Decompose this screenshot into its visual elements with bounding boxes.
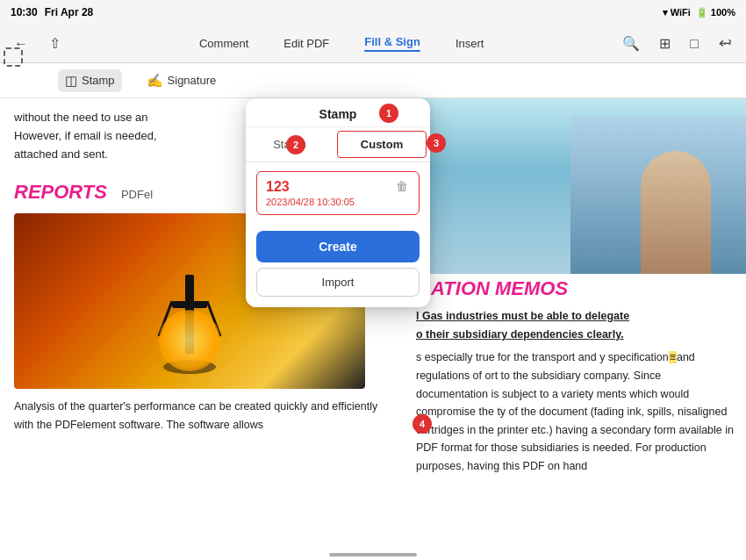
doc-right-panel: GATION MEMOS l Gas industries must be ab… [404, 98, 746, 560]
doc-right-image [404, 98, 746, 274]
status-bar: 10:30 Fri Apr 28 ▾ WiFi 🔋 100% [0, 0, 746, 25]
doc-text-line1: without the need to use an [14, 111, 148, 124]
gation-memos-text: GATION MEMOS [416, 277, 568, 299]
gas-text-line1: l Gas industries must be able to delegat… [416, 310, 629, 322]
wifi-icon: ▾ WiFi [663, 7, 691, 18]
doc-bottom-text: Analysis of the quarter's performance ca… [0, 389, 404, 442]
gas-text-line2: o their subsidiary dependencies clearly. [416, 328, 624, 341]
stamp-icon: ◫ [65, 73, 77, 89]
status-day: Fri Apr 28 [45, 6, 94, 18]
signature-button[interactable]: ✍ Signature [140, 69, 224, 92]
highlight-text: ≡ [669, 351, 677, 363]
signature-icon: ✍ [147, 73, 163, 89]
stamp-item-date: 2023/04/28 10:30:05 [266, 197, 355, 207]
search-icon[interactable]: 🔍 [619, 32, 643, 55]
badge-2: 2 [286, 135, 305, 154]
tab-insert[interactable]: Insert [448, 33, 491, 54]
stamp-delete-button[interactable]: 🗑 [394, 179, 410, 193]
stamp-popup: Stamp Stamp Custom 123 2023/04/28 10:30:… [246, 98, 430, 307]
undo-button[interactable]: ↩ [715, 30, 735, 56]
doc-text-line3: attached and sent. [14, 147, 108, 161]
status-time: 10:30 [11, 6, 38, 18]
gation-memos-heading: GATION MEMOS [404, 274, 746, 304]
stamp-tabs: Stamp Custom [246, 127, 430, 162]
stamp-create-button[interactable]: Create [256, 231, 420, 262]
svg-rect-1 [172, 301, 207, 308]
doc-subheading: PDFel [121, 188, 153, 201]
selection-tool [4, 47, 23, 67]
tab-comment[interactable]: Comment [192, 33, 255, 54]
stamp-tab-custom[interactable]: Custom [337, 131, 427, 158]
sub-toolbar: ◫ Stamp ✍ Signature [0, 63, 746, 98]
share-button[interactable]: ⇧ [46, 32, 64, 55]
grid-icon[interactable]: ⊞ [656, 32, 674, 55]
tab-edit-pdf[interactable]: Edit PDF [276, 33, 336, 54]
stamp-item-number: 123 [266, 179, 355, 195]
badge-1: 1 [379, 104, 398, 123]
battery-icon: 🔋 100% [696, 7, 735, 18]
stamp-import-button[interactable]: Import [256, 268, 420, 297]
main-content: without the need to use an However, if e… [0, 98, 746, 560]
badge-3: 3 [427, 133, 446, 153]
doc-right-text: l Gas industries must be able to delegat… [404, 304, 746, 479]
doc-text-line2: However, if email is needed, [14, 129, 157, 142]
stamp-popup-title: Stamp [246, 98, 430, 127]
reports-heading: REPORTS [14, 181, 107, 204]
tab-fill-sign[interactable]: Fill & Sign [357, 32, 427, 55]
window-icon[interactable]: □ [686, 32, 702, 55]
main-toolbar: ← ⇧ Comment Edit PDF Fill & Sign Insert … [0, 25, 746, 63]
stamp-item: 123 2023/04/28 10:30:05 🗑 [256, 171, 420, 215]
badge-4: 4 [412, 414, 432, 434]
stamp-button[interactable]: ◫ Stamp [58, 69, 122, 92]
home-bar [329, 553, 417, 556]
